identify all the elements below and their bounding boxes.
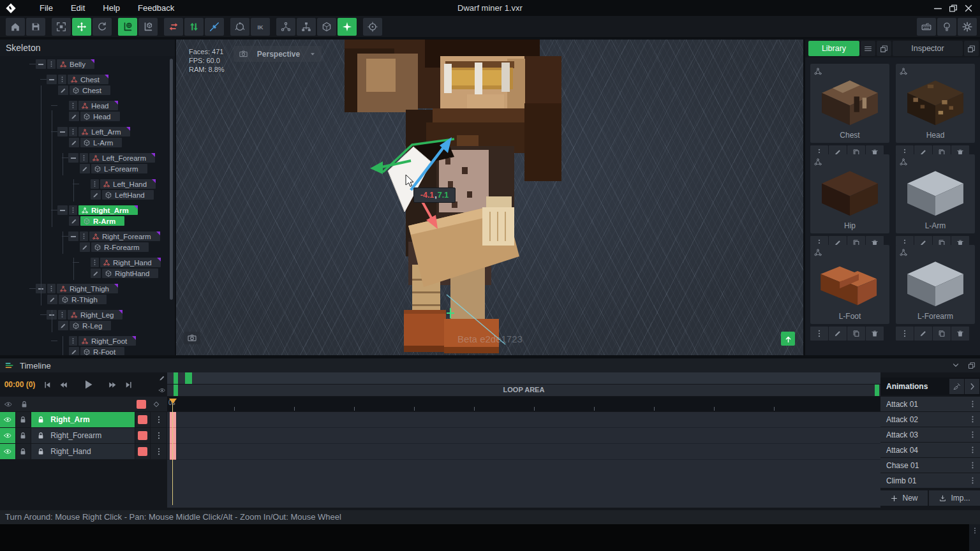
clean-animations-button[interactable]	[949, 379, 964, 394]
mesh-node[interactable]: L-Arm	[80, 138, 122, 147]
collapse-toggle[interactable]	[57, 205, 68, 215]
drag-handle[interactable]	[80, 231, 88, 241]
mesh-node[interactable]: R-Thigh	[59, 295, 107, 304]
edit-mesh-button[interactable]	[58, 321, 68, 330]
tool-save-button[interactable]	[26, 18, 45, 36]
menu-file[interactable]: File	[31, 0, 62, 16]
mesh-node[interactable]: R-Arm	[80, 216, 124, 226]
bone-node[interactable]: Head	[78, 101, 118, 110]
track-lock-toggle[interactable]	[16, 428, 31, 443]
tool-fit-screen-button[interactable]	[52, 18, 71, 36]
collapse-toggle[interactable]	[68, 153, 78, 163]
tool-ik-button[interactable]: IK	[251, 18, 270, 36]
animation-attack-02[interactable]: Attack 02	[880, 412, 980, 427]
tab-inspector[interactable]: Inspector	[893, 41, 963, 56]
keyframe-bar[interactable]	[170, 412, 176, 428]
item-thumbnail[interactable]	[897, 254, 974, 309]
drag-handle[interactable]	[58, 75, 66, 84]
edit-mesh-button[interactable]	[91, 268, 101, 278]
edit-mesh-button[interactable]	[69, 347, 79, 355]
tab-library[interactable]: Library	[808, 41, 859, 56]
restore-button[interactable]	[946, 1, 961, 15]
track-name[interactable]: Right_Hand	[31, 444, 135, 459]
item-pencil-button[interactable]	[829, 327, 847, 341]
camera-mode-dropdown[interactable]: Perspective	[234, 46, 322, 62]
item-kebab-button[interactable]	[896, 327, 914, 341]
menu-help[interactable]: Help	[94, 0, 129, 16]
library-item-l-forearm[interactable]: L-Forearm	[896, 245, 975, 324]
loop-marker[interactable]	[185, 372, 192, 384]
tool-swap-diagonal-button[interactable]	[205, 18, 224, 36]
track-menu-button[interactable]	[151, 444, 167, 459]
tool-move-button[interactable]	[72, 18, 91, 36]
collapse-toggle[interactable]	[68, 231, 78, 241]
bone-node[interactable]: Left_Hand	[100, 179, 156, 189]
track-visibility-toggle[interactable]	[0, 444, 15, 459]
item-thumbnail[interactable]	[897, 73, 974, 128]
tool-pivot-globe-button[interactable]	[118, 18, 137, 36]
track-name[interactable]: Right_Arm	[31, 412, 135, 427]
track-color-swatch[interactable]	[137, 400, 146, 409]
track-lock-toggle[interactable]	[16, 444, 31, 459]
keyframe-bar[interactable]	[170, 428, 176, 444]
library-popout-button[interactable]	[877, 41, 891, 56]
bone-node[interactable]: Belly	[57, 59, 94, 69]
tool-bulb-button[interactable]	[937, 18, 956, 36]
bone-node[interactable]: Right_Thigh	[57, 284, 118, 293]
track-lock-toggle[interactable]	[16, 412, 31, 427]
drag-handle[interactable]	[69, 205, 77, 215]
item-copy-button[interactable]	[847, 327, 865, 341]
playhead[interactable]	[169, 399, 177, 404]
library-item-l-arm[interactable]: L-Arm	[896, 154, 975, 233]
collapse-toggle[interactable]	[36, 59, 46, 69]
keyframe-marker-row[interactable]	[167, 372, 880, 384]
skeleton-scrollbar[interactable]	[170, 59, 173, 300]
drag-handle[interactable]	[91, 179, 99, 189]
tool-cube-button[interactable]	[317, 18, 336, 36]
animation-attack-04[interactable]: Attack 04	[880, 443, 980, 457]
drag-handle[interactable]	[69, 336, 77, 346]
edit-mesh-button[interactable]	[58, 85, 68, 95]
bottom-right-strip[interactable]	[969, 524, 980, 551]
mesh-node[interactable]: R-Leg	[70, 321, 111, 330]
new-animation-button[interactable]: New	[880, 490, 928, 506]
bone-node[interactable]: Right_Forearm	[89, 231, 160, 241]
item-copy-button[interactable]	[933, 327, 951, 341]
eye-icon[interactable]	[4, 400, 13, 409]
library-item-hip[interactable]: Hip	[810, 154, 889, 233]
tool-mirror-button[interactable]	[164, 18, 183, 36]
mesh-node[interactable]: RightHand	[102, 268, 158, 278]
bone-node[interactable]: Left_Arm	[78, 127, 130, 136]
menu-edit[interactable]: Edit	[62, 0, 94, 16]
animation-attack-03[interactable]: Attack 03	[880, 427, 980, 442]
timeline-collapse-button[interactable]	[948, 360, 963, 371]
animation-chase-01[interactable]: Chase 01	[880, 458, 980, 473]
track-visibility-toggle[interactable]	[0, 412, 15, 427]
item-thumbnail[interactable]	[812, 254, 888, 309]
animation-climb-01[interactable]: Climb 01	[880, 473, 980, 488]
play-button[interactable]	[71, 373, 105, 396]
library-item-l-foot[interactable]: L-Foot	[810, 245, 889, 324]
drag-handle[interactable]	[47, 59, 56, 69]
edit-mesh-button[interactable]	[69, 112, 79, 121]
item-trash-button[interactable]	[866, 327, 884, 341]
drag-handle[interactable]	[69, 127, 77, 136]
tool-cycle-button[interactable]	[230, 18, 249, 36]
timeline-menu-icon[interactable]	[4, 360, 15, 371]
bone-node[interactable]: Right_Leg	[68, 310, 122, 320]
item-trash-button[interactable]	[951, 327, 969, 341]
tool-pivot-cube-button[interactable]	[138, 18, 158, 36]
edit-mesh-button[interactable]	[91, 190, 101, 200]
collapse-toggle[interactable]	[57, 127, 68, 136]
drag-handle[interactable]	[69, 101, 77, 110]
bone-node[interactable]: Left_Forearm	[89, 153, 155, 163]
fast-forward-button[interactable]	[105, 373, 121, 396]
bone-node[interactable]: Chest	[68, 75, 108, 84]
tool-sparkle-button[interactable]	[338, 18, 357, 36]
item-kebab-button[interactable]	[810, 327, 828, 341]
timeline-ruler[interactable]: 0s	[167, 397, 880, 411]
track-visibility-toggle[interactable]	[0, 428, 15, 443]
viewport-3d[interactable]: Faces: 471 FPS: 60.0 RAM: 8.8% Perspecti…	[176, 40, 803, 355]
track-menu-button[interactable]	[151, 428, 167, 443]
lock-icon[interactable]	[20, 400, 29, 409]
